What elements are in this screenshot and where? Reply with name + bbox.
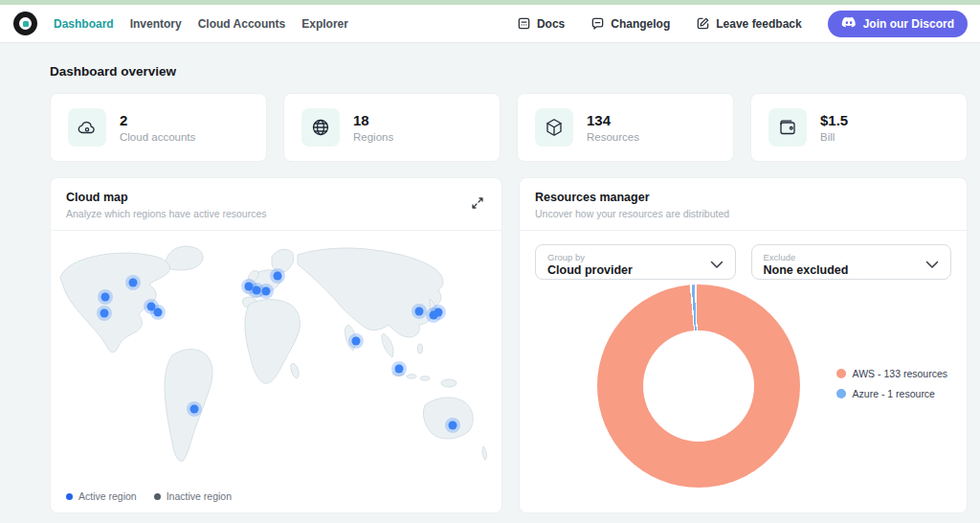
series-label: Azure - 1 resource (853, 388, 935, 399)
cloud-map-titles: Cloud map Analyze which regions have act… (66, 191, 267, 219)
stat-label: Cloud accounts (120, 131, 195, 143)
docs-link[interactable]: Docs (517, 16, 565, 31)
region-dot[interactable] (274, 272, 282, 281)
stat-label: Bill (820, 131, 848, 143)
stat-card-regions: 18 Regions (283, 93, 501, 162)
exclude-label: Exclude (764, 252, 849, 262)
docs-icon (517, 16, 531, 31)
navbar: Dashboard Inventory Cloud Accounts Explo… (0, 5, 980, 43)
changelog-link[interactable]: Changelog (590, 16, 670, 31)
active-region-dot (66, 493, 73, 500)
nav-actions: Docs Changelog Leave feedback Join our D… (517, 11, 968, 37)
inactive-region-dot (154, 493, 161, 500)
resources-manager-panel: Resources manager Uncover how your resou… (519, 177, 968, 513)
exclude-text: Exclude None excluded (764, 252, 849, 277)
donut-legend-item: Azure - 1 resource (836, 388, 947, 399)
docs-label: Docs (537, 17, 565, 31)
cloud-map-subtitle: Analyze which regions have active resour… (66, 208, 267, 219)
cloud-icon (68, 108, 106, 147)
region-dot[interactable] (352, 337, 361, 346)
region-dot[interactable] (434, 308, 443, 317)
changelog-icon (590, 16, 605, 31)
region-dot[interactable] (395, 365, 404, 374)
series-color-dot (836, 369, 846, 378)
group-by-text: Group by Cloud provider (547, 252, 633, 277)
stat-text: 134 Resources (587, 112, 639, 143)
resources-manager-titles: Resources manager Uncover how your resou… (535, 191, 729, 219)
region-dot[interactable] (154, 308, 163, 317)
resource-filters: Group by Cloud provider Exclude None exc… (520, 231, 967, 280)
group-by-select[interactable]: Group by Cloud provider (535, 244, 736, 280)
resources-manager-title: Resources manager (535, 191, 729, 204)
region-dot[interactable] (449, 421, 457, 430)
exclude-select[interactable]: Exclude None excluded (751, 244, 952, 280)
globe-icon (301, 108, 340, 147)
legend-inactive-region: Inactive region (154, 490, 232, 502)
series-color-dot (836, 389, 846, 398)
legend-active-region: Active region (66, 490, 137, 502)
nav-item-cloud-accounts[interactable]: Cloud Accounts (198, 17, 286, 31)
leave-feedback-label: Leave feedback (716, 17, 801, 31)
changelog-label: Changelog (611, 17, 670, 31)
cloud-map-header: Cloud map Analyze which regions have act… (51, 178, 501, 231)
nav-item-explorer[interactable]: Explorer (301, 17, 348, 31)
stat-label: Regions (353, 131, 393, 143)
chevron-down-icon (710, 256, 724, 273)
stat-value: 134 (587, 112, 639, 128)
region-dot[interactable] (129, 279, 138, 287)
stats-grid: 2 Cloud accounts 18 Regions 134 Resource… (50, 93, 968, 162)
stat-value: $1.5 (820, 112, 848, 128)
donut-chart (597, 284, 800, 488)
stat-card-resources: 134 Resources (517, 93, 734, 162)
group-by-label: Group by (547, 252, 633, 262)
join-discord-button[interactable]: Join our Discord (828, 11, 968, 37)
region-dot[interactable] (101, 293, 110, 302)
inactive-region-label: Inactive region (167, 490, 232, 502)
nav-item-dashboard[interactable]: Dashboard (54, 17, 114, 31)
leave-feedback-link[interactable]: Leave feedback (696, 16, 801, 31)
nav-item-inventory[interactable]: Inventory (130, 17, 182, 31)
stat-text: 18 Regions (353, 112, 393, 143)
map-legend: Active region Inactive region (66, 490, 232, 502)
group-by-value: Cloud provider (547, 263, 633, 277)
donut-legend: AWS - 133 resourcesAzure - 1 resource (836, 368, 947, 399)
donut-hole (643, 330, 754, 442)
stat-card-cloud-accounts: 2 Cloud accounts (50, 93, 267, 162)
discord-icon (841, 16, 857, 32)
stat-card-bill: $1.5 Bill (750, 93, 968, 162)
world-map (58, 243, 494, 483)
komiser-logo-core (23, 21, 29, 27)
donut-legend-item: AWS - 133 resources (836, 368, 947, 379)
stat-value: 2 (120, 112, 195, 128)
charts-row: Cloud map Analyze which regions have act… (50, 177, 968, 513)
series-label: AWS - 133 resources (853, 368, 947, 379)
wallet-icon (768, 108, 807, 147)
stat-text: 2 Cloud accounts (120, 112, 195, 143)
stat-label: Resources (587, 131, 639, 143)
cloud-map-panel: Cloud map Analyze which regions have act… (50, 177, 502, 513)
chevron-down-icon (925, 256, 939, 273)
join-discord-label: Join our Discord (863, 17, 954, 31)
region-dot[interactable] (415, 307, 424, 316)
main-nav: Dashboard Inventory Cloud Accounts Explo… (54, 17, 348, 31)
resources-manager-subtitle: Uncover how your resources are distribut… (535, 208, 729, 219)
page-title: Dashboard overview (50, 64, 968, 79)
region-dot[interactable] (190, 405, 199, 414)
region-dot[interactable] (262, 287, 271, 296)
stat-value: 18 (353, 112, 393, 128)
cloud-map-title: Cloud map (66, 191, 267, 204)
main-content: Dashboard overview 2 Cloud accounts 18 R… (0, 43, 980, 523)
expand-icon[interactable] (469, 194, 486, 215)
resources-manager-header: Resources manager Uncover how your resou… (520, 178, 967, 231)
exclude-value: None excluded (764, 263, 849, 277)
komiser-logo[interactable] (13, 11, 37, 35)
region-dot[interactable] (100, 309, 109, 318)
cube-icon (535, 108, 573, 147)
stat-text: $1.5 Bill (820, 112, 848, 143)
feedback-icon (696, 16, 710, 31)
active-region-label: Active region (78, 490, 137, 502)
